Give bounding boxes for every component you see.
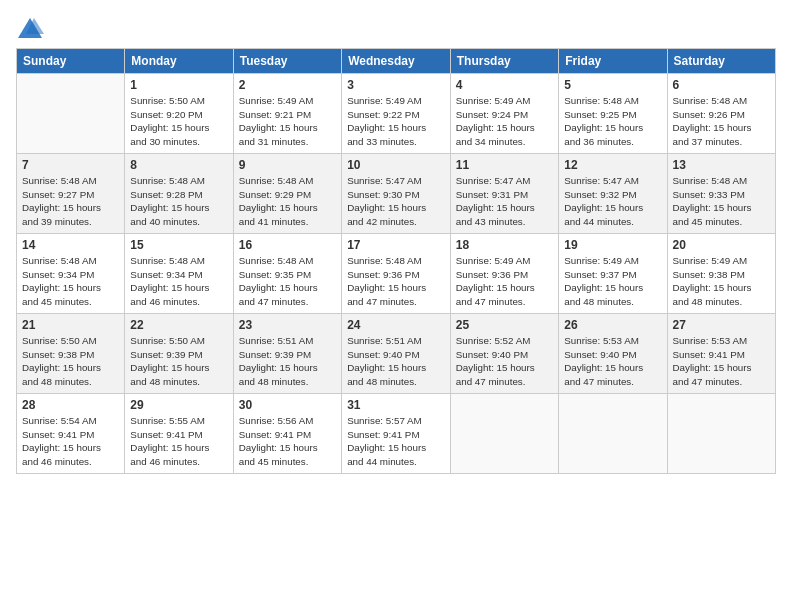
day-number: 28 [22,398,119,412]
day-number: 8 [130,158,227,172]
day-number: 11 [456,158,553,172]
calendar-cell: 21Sunrise: 5:50 AM Sunset: 9:38 PM Dayli… [17,314,125,394]
calendar-cell: 13Sunrise: 5:48 AM Sunset: 9:33 PM Dayli… [667,154,776,234]
calendar-cell: 18Sunrise: 5:49 AM Sunset: 9:36 PM Dayli… [450,234,558,314]
calendar-cell: 4Sunrise: 5:49 AM Sunset: 9:24 PM Daylig… [450,74,558,154]
day-info: Sunrise: 5:51 AM Sunset: 9:39 PM Dayligh… [239,334,336,389]
day-number: 2 [239,78,336,92]
day-number: 23 [239,318,336,332]
calendar-cell: 2Sunrise: 5:49 AM Sunset: 9:21 PM Daylig… [233,74,341,154]
day-number: 3 [347,78,445,92]
calendar-cell: 29Sunrise: 5:55 AM Sunset: 9:41 PM Dayli… [125,394,233,474]
col-header-sunday: Sunday [17,49,125,74]
day-info: Sunrise: 5:49 AM Sunset: 9:22 PM Dayligh… [347,94,445,149]
day-info: Sunrise: 5:50 AM Sunset: 9:20 PM Dayligh… [130,94,227,149]
day-number: 21 [22,318,119,332]
week-row-4: 21Sunrise: 5:50 AM Sunset: 9:38 PM Dayli… [17,314,776,394]
calendar-cell [17,74,125,154]
calendar-cell: 17Sunrise: 5:48 AM Sunset: 9:36 PM Dayli… [342,234,451,314]
calendar-cell: 15Sunrise: 5:48 AM Sunset: 9:34 PM Dayli… [125,234,233,314]
calendar-cell: 8Sunrise: 5:48 AM Sunset: 9:28 PM Daylig… [125,154,233,234]
calendar-cell: 27Sunrise: 5:53 AM Sunset: 9:41 PM Dayli… [667,314,776,394]
calendar-cell: 3Sunrise: 5:49 AM Sunset: 9:22 PM Daylig… [342,74,451,154]
calendar-cell: 25Sunrise: 5:52 AM Sunset: 9:40 PM Dayli… [450,314,558,394]
calendar-cell: 14Sunrise: 5:48 AM Sunset: 9:34 PM Dayli… [17,234,125,314]
calendar-cell: 31Sunrise: 5:57 AM Sunset: 9:41 PM Dayli… [342,394,451,474]
day-number: 15 [130,238,227,252]
page-header [16,16,776,40]
day-info: Sunrise: 5:47 AM Sunset: 9:32 PM Dayligh… [564,174,661,229]
day-info: Sunrise: 5:55 AM Sunset: 9:41 PM Dayligh… [130,414,227,469]
day-number: 9 [239,158,336,172]
calendar-cell [667,394,776,474]
day-number: 10 [347,158,445,172]
day-number: 6 [673,78,771,92]
col-header-wednesday: Wednesday [342,49,451,74]
day-number: 19 [564,238,661,252]
logo [16,16,48,40]
calendar-cell: 7Sunrise: 5:48 AM Sunset: 9:27 PM Daylig… [17,154,125,234]
day-number: 7 [22,158,119,172]
day-info: Sunrise: 5:48 AM Sunset: 9:36 PM Dayligh… [347,254,445,309]
day-info: Sunrise: 5:50 AM Sunset: 9:38 PM Dayligh… [22,334,119,389]
day-info: Sunrise: 5:48 AM Sunset: 9:25 PM Dayligh… [564,94,661,149]
calendar-cell: 20Sunrise: 5:49 AM Sunset: 9:38 PM Dayli… [667,234,776,314]
day-info: Sunrise: 5:48 AM Sunset: 9:33 PM Dayligh… [673,174,771,229]
calendar-cell: 10Sunrise: 5:47 AM Sunset: 9:30 PM Dayli… [342,154,451,234]
day-info: Sunrise: 5:53 AM Sunset: 9:41 PM Dayligh… [673,334,771,389]
calendar-cell [450,394,558,474]
day-number: 4 [456,78,553,92]
col-header-saturday: Saturday [667,49,776,74]
day-info: Sunrise: 5:49 AM Sunset: 9:37 PM Dayligh… [564,254,661,309]
calendar-cell: 5Sunrise: 5:48 AM Sunset: 9:25 PM Daylig… [559,74,667,154]
day-number: 30 [239,398,336,412]
day-info: Sunrise: 5:48 AM Sunset: 9:34 PM Dayligh… [22,254,119,309]
day-info: Sunrise: 5:48 AM Sunset: 9:34 PM Dayligh… [130,254,227,309]
calendar-cell: 1Sunrise: 5:50 AM Sunset: 9:20 PM Daylig… [125,74,233,154]
day-number: 13 [673,158,771,172]
day-number: 17 [347,238,445,252]
calendar-cell: 16Sunrise: 5:48 AM Sunset: 9:35 PM Dayli… [233,234,341,314]
calendar-cell: 6Sunrise: 5:48 AM Sunset: 9:26 PM Daylig… [667,74,776,154]
calendar-cell: 24Sunrise: 5:51 AM Sunset: 9:40 PM Dayli… [342,314,451,394]
calendar-cell: 12Sunrise: 5:47 AM Sunset: 9:32 PM Dayli… [559,154,667,234]
day-info: Sunrise: 5:47 AM Sunset: 9:30 PM Dayligh… [347,174,445,229]
day-number: 24 [347,318,445,332]
col-header-monday: Monday [125,49,233,74]
week-row-5: 28Sunrise: 5:54 AM Sunset: 9:41 PM Dayli… [17,394,776,474]
col-header-thursday: Thursday [450,49,558,74]
day-number: 5 [564,78,661,92]
day-number: 1 [130,78,227,92]
day-number: 22 [130,318,227,332]
day-number: 18 [456,238,553,252]
day-number: 31 [347,398,445,412]
day-info: Sunrise: 5:56 AM Sunset: 9:41 PM Dayligh… [239,414,336,469]
day-number: 26 [564,318,661,332]
logo-icon [16,16,44,40]
calendar-cell: 9Sunrise: 5:48 AM Sunset: 9:29 PM Daylig… [233,154,341,234]
day-number: 14 [22,238,119,252]
calendar-cell: 30Sunrise: 5:56 AM Sunset: 9:41 PM Dayli… [233,394,341,474]
calendar-cell: 28Sunrise: 5:54 AM Sunset: 9:41 PM Dayli… [17,394,125,474]
week-row-2: 7Sunrise: 5:48 AM Sunset: 9:27 PM Daylig… [17,154,776,234]
day-info: Sunrise: 5:48 AM Sunset: 9:35 PM Dayligh… [239,254,336,309]
day-info: Sunrise: 5:57 AM Sunset: 9:41 PM Dayligh… [347,414,445,469]
day-info: Sunrise: 5:48 AM Sunset: 9:29 PM Dayligh… [239,174,336,229]
day-info: Sunrise: 5:48 AM Sunset: 9:26 PM Dayligh… [673,94,771,149]
calendar-cell: 26Sunrise: 5:53 AM Sunset: 9:40 PM Dayli… [559,314,667,394]
day-info: Sunrise: 5:49 AM Sunset: 9:36 PM Dayligh… [456,254,553,309]
calendar-cell: 19Sunrise: 5:49 AM Sunset: 9:37 PM Dayli… [559,234,667,314]
day-info: Sunrise: 5:54 AM Sunset: 9:41 PM Dayligh… [22,414,119,469]
header-row: SundayMondayTuesdayWednesdayThursdayFrid… [17,49,776,74]
calendar-table: SundayMondayTuesdayWednesdayThursdayFrid… [16,48,776,474]
day-info: Sunrise: 5:47 AM Sunset: 9:31 PM Dayligh… [456,174,553,229]
day-number: 12 [564,158,661,172]
day-number: 27 [673,318,771,332]
day-info: Sunrise: 5:49 AM Sunset: 9:24 PM Dayligh… [456,94,553,149]
day-number: 25 [456,318,553,332]
day-info: Sunrise: 5:49 AM Sunset: 9:38 PM Dayligh… [673,254,771,309]
day-info: Sunrise: 5:48 AM Sunset: 9:27 PM Dayligh… [22,174,119,229]
calendar-cell: 11Sunrise: 5:47 AM Sunset: 9:31 PM Dayli… [450,154,558,234]
day-number: 16 [239,238,336,252]
day-info: Sunrise: 5:51 AM Sunset: 9:40 PM Dayligh… [347,334,445,389]
